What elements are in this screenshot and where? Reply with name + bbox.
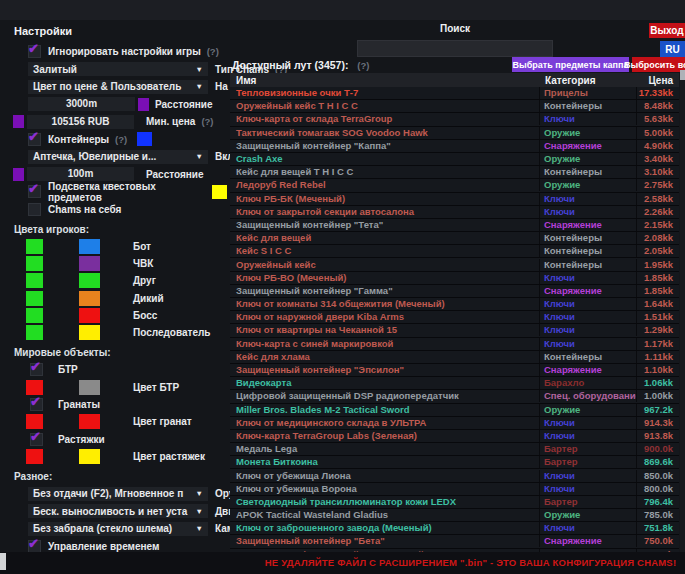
containers-filter-dropdown[interactable]: Аптечка, Ювелирные и... xyxy=(28,150,208,164)
btr-swatch-1[interactable] xyxy=(26,380,43,395)
loot-row[interactable]: Ключ от наружной двери Kiba ArmsКлючи1.5… xyxy=(230,311,679,324)
loot-row[interactable]: Светодиодный трансиллюминатор кожи LEDXБ… xyxy=(230,496,679,509)
checkbox-quest-highlight[interactable]: Подсветка квестовых предметов xyxy=(0,183,230,201)
loot-row[interactable]: Ключ от заброшенного завода (Меченый)Клю… xyxy=(230,522,679,535)
chams-color-swatch[interactable] xyxy=(26,239,43,254)
checkbox-box[interactable] xyxy=(28,185,41,198)
scrollbar-thumb[interactable] xyxy=(680,70,685,80)
loot-row[interactable]: ВидеокартаБарахло1.06kk xyxy=(230,377,679,390)
chams-color-swatch[interactable] xyxy=(26,256,43,271)
player-color-swatch[interactable] xyxy=(79,308,100,323)
checkbox-btr[interactable]: БТР xyxy=(0,361,230,379)
loot-row[interactable]: Защищенный контейнер "Каппа"Снаряжение4.… xyxy=(230,140,679,153)
loot-row[interactable]: Crash AxeОружие3.40kk xyxy=(230,153,679,166)
checkbox-box[interactable] xyxy=(28,203,41,216)
loot-row[interactable]: Кейс S I C CКонтейнеры2.05kk xyxy=(230,245,679,258)
player-color-swatch[interactable] xyxy=(79,273,100,288)
player-color-swatch[interactable] xyxy=(79,325,100,340)
movement-dropdown[interactable]: Беск. выносливость и нет уста xyxy=(28,504,208,518)
grenade-swatch-2[interactable] xyxy=(79,414,100,429)
containers-color-swatch[interactable] xyxy=(137,132,152,146)
quest-color-swatch[interactable] xyxy=(212,185,227,199)
loot-row[interactable]: Защищенный контейнер "Бета"Снаряжение750… xyxy=(230,535,679,548)
checkmark-icon xyxy=(30,360,41,373)
loot-item-category: Спец. оборудование xyxy=(539,390,636,402)
loot-row[interactable]: Тактический томагавк SOG Voodoo HawkОруж… xyxy=(230,127,679,140)
loot-row[interactable]: Ледоруб Red RebelОружие2.75kk xyxy=(230,179,679,192)
scrollbar-track[interactable] xyxy=(680,70,685,552)
chams-color-swatch[interactable] xyxy=(26,273,43,288)
chams-color-swatch[interactable] xyxy=(26,325,43,340)
containers-distance-input[interactable]: 100m xyxy=(27,167,134,181)
loot-row[interactable]: Ключ от медицинского склада в УЛЬТРАКлюч… xyxy=(230,417,679,430)
min-price-input[interactable]: 105156 RUB xyxy=(27,115,134,129)
checkbox-chams-self[interactable]: Chams на себя xyxy=(0,201,230,219)
checkbox-box[interactable] xyxy=(30,398,43,411)
discard-all-button[interactable]: Выбросить все xyxy=(632,57,685,72)
chams-type-dropdown[interactable]: Залитый xyxy=(28,62,208,76)
help-icon[interactable]: (?) xyxy=(357,60,369,71)
tripwire-swatch-1[interactable] xyxy=(26,449,43,464)
checkbox-box[interactable] xyxy=(28,45,41,58)
checkbox-tripwires[interactable]: Растяжки xyxy=(0,431,230,449)
loot-row[interactable]: Медаль LegaБартер900.0k xyxy=(230,443,679,456)
loot-row[interactable]: Ключ от убежища ЛионаКлючи850.0k xyxy=(230,469,679,482)
tripwire-swatch-2[interactable] xyxy=(79,449,100,464)
loot-row[interactable]: APOK Tactical Wasteland GladiusОружие785… xyxy=(230,509,679,522)
checkbox-ignore-game-settings[interactable]: Игнорировать настройки игры (?) xyxy=(0,43,230,61)
camera-dropdown[interactable]: Без забрала (стекло шлема) xyxy=(28,522,208,536)
btr-swatch-2[interactable] xyxy=(79,380,100,395)
column-header-price[interactable]: Цена xyxy=(637,75,679,86)
player-color-swatch[interactable] xyxy=(79,256,100,271)
search-input[interactable] xyxy=(357,40,553,57)
chams-color-swatch[interactable] xyxy=(26,291,43,306)
help-icon[interactable]: (?) xyxy=(207,46,219,57)
loot-row[interactable]: Ключ от убежища ВоронаКлючи800.0k xyxy=(230,483,679,496)
loot-row[interactable]: Ключ от комнаты 314 общежития (Меченый)К… xyxy=(230,298,679,311)
loot-row[interactable]: Ключ-карта от склада TerraGroupКлючи5.63… xyxy=(230,113,679,126)
loot-row[interactable]: Оружейный кейс T H I C CКонтейнеры8.48kk xyxy=(230,100,679,113)
chevron-down-icon xyxy=(196,152,203,161)
distance-color-swatch[interactable] xyxy=(138,98,149,111)
loot-row[interactable]: Монета БиткоинаБартер869.6k xyxy=(230,456,679,469)
checkbox-box[interactable] xyxy=(30,363,43,376)
loot-row[interactable]: Ключ-карта с синей маркировкойКлючи1.17k… xyxy=(230,338,679,351)
loot-row[interactable]: Miller Bros. Blades M-2 Tactical SwordОр… xyxy=(230,404,679,417)
checkbox-box[interactable] xyxy=(28,540,41,553)
dropdown-value: Цвет по цене & Пользователь xyxy=(33,81,181,92)
loot-row[interactable]: Цифровой защищенный DSP радиопередатчикС… xyxy=(230,390,679,403)
containers-distance-color-swatch[interactable] xyxy=(13,168,24,181)
player-color-swatch[interactable] xyxy=(79,239,100,254)
loot-row[interactable]: Тепловизионные очки Т-7Прицелы17.33kk xyxy=(230,87,679,100)
weapon-dropdown[interactable]: Без отдачи (F2), Мгновенное п xyxy=(28,487,208,501)
grenade-swatch-1[interactable] xyxy=(26,414,43,429)
column-header-category[interactable]: Категория xyxy=(541,75,637,86)
player-color-swatch[interactable] xyxy=(79,291,100,306)
color-mode-dropdown[interactable]: Цвет по цене & Пользователь xyxy=(28,80,208,94)
checkbox-grenades[interactable]: Гранаты xyxy=(0,396,230,414)
loot-row[interactable]: Оружейный кейсКонтейнеры1.95kk xyxy=(230,258,679,271)
loot-row[interactable]: Кейс для хламаКонтейнеры1.11kk xyxy=(230,351,679,364)
loot-row[interactable]: Защищенный контейнер "Эпсилон"Снаряжение… xyxy=(230,364,679,377)
min-price-color-swatch[interactable] xyxy=(13,115,24,128)
loot-row[interactable]: Ключ РБ-БК (Меченый)Ключи2.58kk xyxy=(230,193,679,206)
language-button[interactable]: RU xyxy=(660,41,685,57)
exit-button[interactable]: Выход xyxy=(649,23,685,38)
help-icon[interactable]: (?) xyxy=(115,134,127,145)
checkbox-box[interactable] xyxy=(28,133,41,146)
loot-row[interactable]: Защищенный контейнер "Тета"Снаряжение2.1… xyxy=(230,219,679,232)
select-kappa-items-button[interactable]: Выбрать предметы каппа xyxy=(512,57,629,72)
column-header-name[interactable]: Имя xyxy=(230,75,541,86)
loot-row[interactable]: Ключ-карта TerraGroup Labs (Зеленая)Ключ… xyxy=(230,430,679,443)
loot-row[interactable]: Ключ РБ-ВО (Меченый)Ключи1.85kk xyxy=(230,272,679,285)
loot-row[interactable]: Кейс для вещей T H I C CКонтейнеры3.10kk xyxy=(230,166,679,179)
distance-input[interactable]: 3000m xyxy=(28,97,135,111)
checkbox-containers[interactable]: Контейнеры (?) xyxy=(0,131,230,149)
help-icon[interactable]: (?) xyxy=(201,116,213,127)
chams-color-swatch[interactable] xyxy=(26,308,43,323)
loot-row[interactable]: Кейс для вещейКонтейнеры2.08kk xyxy=(230,232,679,245)
loot-row[interactable]: Защищенный контейнер "Гамма"Снаряжение1.… xyxy=(230,285,679,298)
checkbox-box[interactable] xyxy=(30,433,43,446)
loot-row[interactable]: Ключ от квартиры на Чеканной 15Ключи1.29… xyxy=(230,324,679,337)
loot-row[interactable]: Ключ от закрытой секции автосалонаКлючи2… xyxy=(230,206,679,219)
